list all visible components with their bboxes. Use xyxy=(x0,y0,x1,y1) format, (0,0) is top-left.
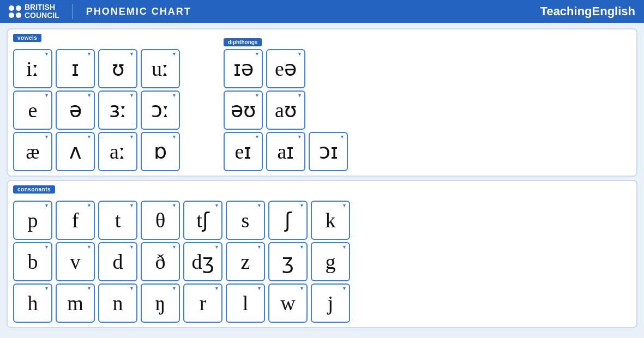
diphthong-row-2: əʊ aʊ xyxy=(224,90,348,130)
phoneme-eth[interactable]: ð xyxy=(141,242,180,281)
bc-dot-4 xyxy=(16,13,21,18)
phoneme-d-symbol: d xyxy=(113,251,123,272)
phoneme-g-symbol: g xyxy=(326,251,336,272)
phoneme-ii[interactable]: iː xyxy=(13,49,52,88)
bc-dot-2 xyxy=(16,5,21,11)
phoneme-t[interactable]: t xyxy=(98,201,137,240)
phoneme-k[interactable]: k xyxy=(311,201,350,240)
vowel-row-3: æ ʌ aː ɒ xyxy=(13,132,180,171)
phoneme-m[interactable]: m xyxy=(56,283,95,323)
vowels-left-grid: iː ɪ ʊ uː e ə ɜː ɔː æ ʌ aː ɒ xyxy=(13,49,180,171)
main-content: vowels iː ɪ ʊ uː e ə ɜː ɔː xyxy=(0,23,644,331)
phoneme-e-symbol: e xyxy=(28,100,38,120)
phoneme-au[interactable]: aʊ xyxy=(266,90,305,130)
phoneme-schwa[interactable]: ə xyxy=(56,90,95,130)
phoneme-f[interactable]: f xyxy=(56,201,95,240)
phoneme-ai[interactable]: aɪ xyxy=(266,132,305,171)
phoneme-k-symbol: k xyxy=(326,210,336,231)
phoneme-ea-symbol: eə xyxy=(275,58,297,79)
phoneme-or[interactable]: ɔː xyxy=(141,90,180,130)
phoneme-wedge[interactable]: ʌ xyxy=(56,132,95,171)
bc-dot-3 xyxy=(9,13,14,18)
phoneme-v[interactable]: v xyxy=(56,242,95,281)
phoneme-j[interactable]: j xyxy=(311,283,350,323)
header-divider xyxy=(73,4,73,19)
phoneme-I[interactable]: ɪ xyxy=(56,49,95,88)
phoneme-3r[interactable]: ɜː xyxy=(98,90,137,130)
phoneme-oi[interactable]: ɔɪ xyxy=(309,132,348,171)
phoneme-l[interactable]: l xyxy=(226,283,265,323)
phoneme-ar[interactable]: aː xyxy=(98,132,137,171)
phoneme-ng[interactable]: ŋ xyxy=(141,283,180,323)
diphthongs-grid: ɪə eə əʊ aʊ eɪ aɪ ɔɪ xyxy=(224,49,348,171)
phoneme-z[interactable]: z xyxy=(226,242,265,281)
phoneme-oi-symbol: ɔɪ xyxy=(319,141,338,162)
vowels-gap xyxy=(185,49,218,171)
phoneme-o[interactable]: ɒ xyxy=(141,132,180,171)
vowels-section: vowels iː ɪ ʊ uː e ə ɜː ɔː xyxy=(7,28,637,177)
phoneme-uu[interactable]: uː xyxy=(141,49,180,88)
phoneme-f-symbol: f xyxy=(72,210,79,231)
phoneme-au-symbol: aʊ xyxy=(275,100,297,120)
phoneme-ei[interactable]: eɪ xyxy=(224,132,263,171)
phoneme-theta[interactable]: θ xyxy=(141,201,180,240)
vowel-row-1: iː ɪ ʊ uː xyxy=(13,49,180,88)
phoneme-dzh[interactable]: dʒ xyxy=(183,242,222,281)
phoneme-wedge-symbol: ʌ xyxy=(69,141,81,162)
phoneme-h[interactable]: h xyxy=(13,283,52,323)
phoneme-ng-symbol: ŋ xyxy=(155,293,166,313)
consonant-row-1: p f t θ tʃ s ʃ k xyxy=(13,201,631,240)
phoneme-tsh-symbol: tʃ xyxy=(196,210,209,231)
phoneme-n[interactable]: n xyxy=(98,283,137,323)
phoneme-h-symbol: h xyxy=(28,293,38,313)
consonants-label: consonants xyxy=(13,185,55,194)
phoneme-e[interactable]: e xyxy=(13,90,52,130)
phoneme-ar-symbol: aː xyxy=(110,141,126,162)
diphthong-row-3: eɪ aɪ ɔɪ xyxy=(224,132,348,171)
phoneme-v-symbol: v xyxy=(70,251,81,272)
brand-right: English xyxy=(592,4,635,18)
phoneme-sh-symbol: ʃ xyxy=(285,210,292,231)
phoneme-U-symbol: ʊ xyxy=(112,58,124,79)
phoneme-ai-symbol: aɪ xyxy=(278,141,294,162)
phoneme-tsh[interactable]: tʃ xyxy=(183,201,222,240)
brand-left: Teaching xyxy=(540,4,592,18)
phoneme-r[interactable]: r xyxy=(183,283,222,323)
phoneme-g[interactable]: g xyxy=(311,242,350,281)
phoneme-p-symbol: p xyxy=(28,210,38,231)
consonant-row-2: b v d ð dʒ z ʒ g xyxy=(13,242,631,281)
phoneme-I-symbol: ɪ xyxy=(71,58,79,79)
teaching-english-brand: TeachingEnglish xyxy=(540,4,635,19)
phoneme-w-symbol: w xyxy=(280,293,295,313)
phoneme-U[interactable]: ʊ xyxy=(98,49,137,88)
phoneme-ae[interactable]: æ xyxy=(13,132,52,171)
vowels-content: iː ɪ ʊ uː e ə ɜː ɔː æ ʌ aː ɒ xyxy=(13,49,631,171)
phoneme-or-symbol: ɔː xyxy=(151,100,170,120)
phoneme-theta-symbol: θ xyxy=(155,210,165,231)
phoneme-p[interactable]: p xyxy=(13,201,52,240)
phoneme-ea[interactable]: eə xyxy=(266,49,305,88)
phoneme-ie-symbol: ɪə xyxy=(233,58,254,79)
vowel-row-2: e ə ɜː ɔː xyxy=(13,90,180,130)
phoneme-d[interactable]: d xyxy=(98,242,137,281)
diphthong-row-1: ɪə eə xyxy=(224,49,348,88)
phoneme-eth-symbol: ð xyxy=(155,251,166,272)
phoneme-t-symbol: t xyxy=(115,210,121,231)
bc-dots-grid xyxy=(9,5,21,18)
phoneme-ii-symbol: iː xyxy=(26,58,39,79)
british-council-logo: BRITISH COUNCIL xyxy=(9,3,59,20)
phoneme-ae-symbol: æ xyxy=(26,141,39,162)
phoneme-m-symbol: m xyxy=(67,293,83,313)
phoneme-b[interactable]: b xyxy=(13,242,52,281)
phoneme-zh[interactable]: ʒ xyxy=(268,242,308,281)
phoneme-s[interactable]: s xyxy=(226,201,265,240)
consonants-section: consonants p f t θ tʃ s ʃ k b v d ð dʒ z xyxy=(7,180,637,328)
phoneme-zh-symbol: ʒ xyxy=(282,251,294,272)
phoneme-w[interactable]: w xyxy=(268,283,308,323)
phoneme-3r-symbol: ɜː xyxy=(109,100,127,120)
phoneme-ie[interactable]: ɪə xyxy=(224,49,263,88)
phoneme-ou[interactable]: əʊ xyxy=(224,90,263,130)
phoneme-dzh-symbol: dʒ xyxy=(192,251,214,272)
phoneme-z-symbol: z xyxy=(241,251,250,272)
phoneme-sh[interactable]: ʃ xyxy=(268,201,308,240)
